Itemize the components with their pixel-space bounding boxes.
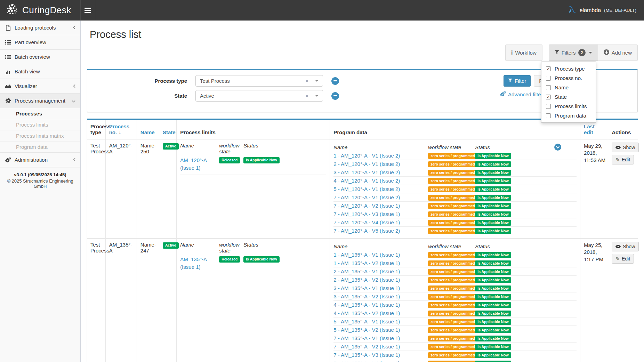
status-badge: Is Applicable Now [475,302,511,308]
program-link[interactable]: 5 - AM_120°-A - V1 (Issue 2) [333,186,400,192]
sidebar-item-administration[interactable]: Administration [0,153,80,167]
checkbox-icon[interactable] [546,113,551,118]
process-row: Test Process AM_135°-A Name-247 Active N… [87,239,638,362]
status-badge: Is Applicable Now [475,344,511,350]
process-limit-link[interactable]: AM_120°-A (Issue 1) [180,157,207,171]
checkbox-icon[interactable] [546,85,551,90]
process-limit-link[interactable]: AM_135°-A (Issue 1) [180,256,207,270]
program-data-row: 1 - AM_135°-A - V1 (Issue 1) zero series… [333,251,577,259]
sidebar-item-loading-protocols[interactable]: Loading protocols [0,21,80,35]
status-badge: Is Applicable Now [475,211,511,218]
program-link[interactable]: 7 - AM_120°-A - V5 (Issue 2) [333,228,400,234]
sidebar-item-process-management[interactable]: Process management [0,94,80,108]
area-chart-icon [5,84,11,88]
advanced-filters-link[interactable]: Advanced filters [500,91,545,97]
program-link[interactable]: 7 - AM_120°-A - V1 (Issue 2) [333,194,400,200]
add-new-button[interactable]: Add new [598,45,638,61]
status-badge: Is Applicable Now [475,294,511,300]
header-state-sort[interactable]: State [159,120,177,139]
program-workflow-header: workflow state [428,243,475,249]
program-link[interactable]: 5 - AM_135°-A - V1 (Issue 1) [333,319,400,324]
last-edit-cell: May 25, 2018, 1:17 PM [580,239,608,362]
header-name-sort[interactable]: Name [137,120,159,139]
pencil-icon: ✎ [615,157,620,162]
status-badge: Is Applicable Now [475,186,511,193]
program-link[interactable]: 3 - AM_135°-A - V1 (Issue 1) [333,285,400,291]
sidebar-item-batch-overview[interactable]: Batch overview [0,50,80,64]
filters-menu-item-process-limits[interactable]: Process limits [541,102,596,111]
program-link[interactable]: 4 - AM_120°-A - V1 (Issue 2) [333,178,400,184]
sidebar-subitem-process-limits-matrix[interactable]: Process limits matrix [0,130,80,142]
filters-menu-item-name[interactable]: Name [541,83,596,92]
workflow-state-badge: zero series / programmed [428,344,477,350]
program-link[interactable]: 7 - AM_120°-A - V3 (Issue 1) [333,211,400,217]
program-link[interactable]: 3 - AM_135°-A - V2 (Issue 1) [333,293,400,299]
program-link[interactable]: 7 - AM_135°-A - V1 (Issue 1) [333,335,400,341]
program-link[interactable]: 2 - AM_135°-A - V2 (Issue 1) [333,277,400,283]
sidebar-item-visualizer[interactable]: Visualizer [0,79,80,94]
checkbox-icon[interactable] [546,104,551,109]
program-link[interactable]: 2 - AM_135°-A - V1 (Issue 1) [333,268,400,274]
checkbox-icon[interactable] [546,76,551,81]
status-badge: Is Applicable Now [243,256,279,263]
process-type-select[interactable]: Test Process × [195,75,323,87]
state-select[interactable]: Active × [195,90,323,102]
header-process-no-sort[interactable]: Process no.↓ [105,120,137,139]
user-name: elambda [580,7,601,14]
brand-logo-icon [6,3,19,18]
sidebar-item-batch-view[interactable]: Batch view [0,64,80,79]
program-link[interactable]: 7 - AM_135°-A - V2 (Issue 1) [333,344,400,349]
program-link[interactable]: 1 - AM_120°-A - V1 (Issue 2) [333,153,400,159]
collapse-circle-chevron-icon[interactable] [554,144,561,152]
filters-menu-item-process-no[interactable]: Process no. [541,73,596,83]
program-link[interactable]: 7 - AM_135°-A - V3 (Issue 1) [333,352,400,358]
program-link[interactable]: 3 - AM_120°-A - V1 (Issue 2) [333,169,400,175]
program-link[interactable]: 7 - AM_120°-A - V2 (Issue 1) [333,203,400,209]
chevron-left-icon [73,157,75,163]
edit-button[interactable]: ✎ Edit [612,155,634,164]
program-link[interactable]: 2 - AM_120°-A - V1 (Issue 2) [333,161,400,167]
limits-status-header: Status [243,242,326,254]
checkbox-checked-icon[interactable]: ✓ [546,66,551,71]
checkbox-checked-icon[interactable]: ✓ [546,95,551,99]
workflow-state-badge: zero series / programmed [428,269,477,275]
header-last-edit-sort[interactable]: Last edit [580,120,608,139]
toolbar: i Workflow Filters 2 Add new [87,45,638,61]
sidebar-subitem-program-data[interactable]: Program data [0,142,80,152]
edit-button[interactable]: ✎ Edit [612,254,634,264]
bar-chart-icon [5,69,11,74]
program-data-row: 3 - AM_120°-A - V1 (Issue 2) zero series… [333,168,577,177]
clear-selection-icon[interactable]: × [305,78,308,84]
sidebar-item-part-overview[interactable]: Part overview [0,35,80,50]
sidebar-toggle-button[interactable] [81,0,95,21]
program-link[interactable]: 7 - AM_120°-A - V4 (Issue 1) [333,219,400,225]
workflow-button[interactable]: i Workflow [505,45,542,61]
remove-filter-button[interactable] [331,77,339,85]
brand-name: CuringDesk [22,5,71,16]
remove-filter-button[interactable] [331,92,339,100]
program-link[interactable]: 1 - AM_135°-A - V1 (Issue 1) [333,252,400,258]
sidebar-subitem-processes[interactable]: Processes [0,108,80,119]
show-button[interactable]: Show [612,143,639,152]
filters-menu-item-program-data[interactable]: Program data [541,111,596,120]
filters-dropdown-button[interactable]: Filters 2 [549,45,598,61]
user-menu[interactable]: elambda (ME, DEFAULT) [568,0,644,21]
workflow-state-badge: zero series / programmed [428,336,477,342]
program-link[interactable]: 7 - AM_135°-A - V4 (Issue 1) [333,360,400,362]
program-link[interactable]: 1 - AM_135°-A - V2 (Issue 1) [333,260,400,266]
main-content: Process list i Workflow Filters 2 [81,21,644,362]
show-button[interactable]: Show [612,242,639,251]
program-link[interactable]: 4 - AM_135°-A - V1 (Issue 1) [333,302,400,308]
name-cell: Name-247 [137,239,159,362]
brand[interactable]: CuringDesk [0,0,81,21]
program-link[interactable]: 5 - AM_135°-A - V2 (Issue 1) [333,327,400,333]
filters-menu-item-process-type[interactable]: ✓ Process type [541,64,596,73]
filters-menu-item-state[interactable]: ✓ State [541,92,596,102]
program-link[interactable]: 4 - AM_135°-A - V2 (Issue 1) [333,310,400,316]
sidebar-subitem-process-limits[interactable]: Process limits [0,119,80,130]
clear-selection-icon[interactable]: × [305,93,308,99]
state-badge: Active [163,242,179,249]
process-limit-row: AM_135°-A (Issue 1) Released Is Applicab… [180,256,326,274]
status-badge: Is Applicable Now [243,157,279,163]
apply-filter-button[interactable]: Filter [504,75,531,87]
